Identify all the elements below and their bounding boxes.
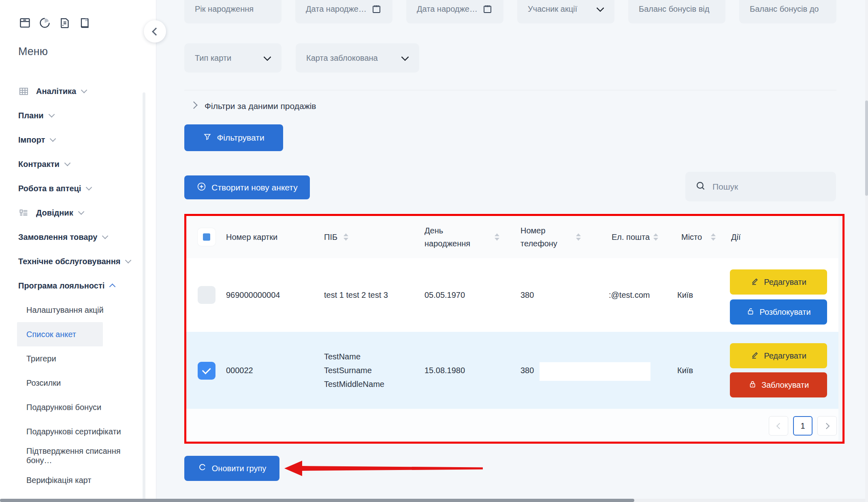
chevron-down-icon <box>64 160 70 167</box>
calendar-icon <box>371 4 382 15</box>
promo-participant-label: Учасник акції <box>528 4 577 14</box>
sidebar-subitem-promo-setup[interactable]: Налаштування акцій <box>18 298 142 322</box>
sidebar-item-maintenance[interactable]: Технічне обслуговування <box>18 249 142 273</box>
book-icon[interactable] <box>78 16 91 31</box>
search-box[interactable] <box>685 172 836 201</box>
vertical-scrollbar-thumb[interactable] <box>865 100 868 196</box>
annotation-arrow <box>284 459 484 477</box>
select-all-checkbox[interactable] <box>198 228 215 246</box>
balance-from-input[interactable]: Баланс бонусів від <box>628 0 725 23</box>
sidebar-item-analytics[interactable]: Аналітика <box>18 79 142 103</box>
sidebar-item-ordering[interactable]: Замовлення товару <box>18 225 142 249</box>
edit-button[interactable]: Редагувати <box>730 269 827 295</box>
cell-city: Київ <box>677 291 693 300</box>
birth-date-from-input[interactable]: Дата народже… <box>295 0 392 23</box>
horizontal-scrollbar[interactable] <box>0 499 868 502</box>
pagination-prev-button[interactable] <box>769 416 788 436</box>
sidebar-item-directory[interactable]: Довідник <box>18 201 142 225</box>
chevron-down-icon <box>597 5 604 13</box>
sidebar-item-label: Плани <box>18 111 44 120</box>
archive-icon[interactable] <box>18 16 32 31</box>
sidebar-item-label: Аналітика <box>36 87 76 96</box>
balance-to-input[interactable]: Баланс бонусів до <box>739 0 836 23</box>
grid-icon <box>18 86 29 97</box>
chevron-left-icon <box>152 28 160 36</box>
sort-email[interactable] <box>653 233 658 241</box>
pencil-icon <box>751 277 759 288</box>
cell-city: Київ <box>677 366 693 375</box>
cell-card: 000022 <box>226 366 253 375</box>
sidebar-subitem-label: Подарункові бонуси <box>26 403 101 412</box>
cell-email: :@test.com <box>609 291 650 300</box>
card-type-select[interactable]: Тип карти <box>184 43 282 73</box>
sidebar-scrollbar[interactable] <box>143 92 145 500</box>
filter-button-label: Фільтрувати <box>217 133 264 143</box>
sidebar-subitem-mailings[interactable]: Розсилки <box>18 371 142 395</box>
col-name: ПІБ <box>324 233 337 242</box>
card-blocked-label: Карта заблокована <box>306 53 378 63</box>
sidebar-subitem-forms-list[interactable]: Список анкет <box>18 322 142 346</box>
birth-date-to-input[interactable]: Дата народже… <box>406 0 503 23</box>
horizontal-scrollbar-thumb[interactable] <box>0 499 634 502</box>
unlock-icon <box>746 307 755 318</box>
sidebar-item-loyalty[interactable]: Програма лояльності <box>18 273 142 298</box>
sidebar-subitem-bonus-writeoff[interactable]: Підтвердження списання бону… <box>18 444 142 468</box>
create-form-button[interactable]: Створити нову анкету <box>184 175 310 199</box>
sidebar-item-plans[interactable]: Плани <box>18 103 142 128</box>
sidebar-nav: Аналітика Плани Імпорт Контракти Робота … <box>18 79 142 492</box>
divider <box>184 90 836 90</box>
row-checkbox-checked[interactable] <box>198 362 215 380</box>
row-checkbox-unchecked[interactable] <box>198 286 215 304</box>
pagination-page-1[interactable]: 1 <box>793 416 813 436</box>
sidebar-subitem-label: Розсилки <box>26 378 61 388</box>
block-button[interactable]: Заблокувати <box>730 372 827 397</box>
file-text-icon[interactable] <box>58 16 71 31</box>
edit-button[interactable]: Редагувати <box>730 343 827 368</box>
search-input[interactable] <box>712 182 826 192</box>
sidebar-subitem-card-verification[interactable]: Верифікація карт <box>18 468 142 492</box>
birth-year-input[interactable]: Рік народження <box>184 0 282 23</box>
sidebar-item-label: Імпорт <box>18 135 45 145</box>
sidebar-subitem-gift-certificates[interactable]: Подарункові сертифікати <box>18 419 142 444</box>
card-blocked-select[interactable]: Карта заблокована <box>296 43 419 73</box>
sidebar-item-contracts[interactable]: Контракти <box>18 152 142 176</box>
filter-button[interactable]: Фільтрувати <box>184 124 283 151</box>
sort-city[interactable] <box>711 233 716 241</box>
sort-birthday[interactable] <box>495 233 499 241</box>
sidebar: Меню Аналітика Плани Імпорт Контракти Ро… <box>0 0 156 502</box>
update-group-button[interactable]: Оновити групу <box>184 456 279 481</box>
sidebar-subitem-label: Список анкет <box>26 330 76 339</box>
col-city: Місто <box>681 233 702 242</box>
sidebar-subitem-label: Підтвердження списання бону… <box>26 446 142 465</box>
calendar-icon <box>482 4 493 15</box>
chevron-up-icon <box>109 284 116 290</box>
unblock-button[interactable]: Розблокувати <box>730 299 827 325</box>
block-label: Заблокувати <box>761 380 809 390</box>
plus-circle-icon <box>196 182 207 194</box>
app-icons-row <box>18 16 91 31</box>
sort-name[interactable] <box>343 233 348 241</box>
sidebar-item-pharmacy[interactable]: Робота в аптеці <box>18 176 142 201</box>
chevron-down-icon <box>81 87 87 94</box>
pagination-next-button[interactable] <box>817 416 837 436</box>
cell-phone: 380 <box>520 366 534 375</box>
search-icon <box>695 180 706 193</box>
sidebar-collapse-button[interactable] <box>144 20 166 43</box>
sidebar-subitem-label: Налаштування акцій <box>26 305 104 315</box>
sidebar-subitem-gift-bonuses[interactable]: Подарункові бонуси <box>18 395 142 419</box>
sidebar-subitem-triggers[interactable]: Тригери <box>18 346 142 371</box>
chevron-down-icon <box>264 54 271 62</box>
balance-from-placeholder: Баланс бонусів від <box>639 4 709 14</box>
filters-row-2: Тип карти Карта заблокована <box>184 43 419 73</box>
promo-participant-select[interactable]: Учасник акції <box>517 0 614 23</box>
sort-phone[interactable] <box>576 233 581 241</box>
chevron-down-icon <box>48 111 55 118</box>
sidebar-item-import[interactable]: Імпорт <box>18 128 142 152</box>
sales-filters-toggle[interactable]: Фільтри за даними продажів <box>186 97 316 115</box>
vertical-scrollbar[interactable] <box>865 0 868 502</box>
cell-birthday: 05.05.1970 <box>424 291 465 300</box>
chevron-down-icon <box>78 209 84 215</box>
pencil-icon <box>751 350 759 361</box>
chevron-right-icon <box>190 101 197 109</box>
pie-chart-icon[interactable] <box>38 16 51 31</box>
